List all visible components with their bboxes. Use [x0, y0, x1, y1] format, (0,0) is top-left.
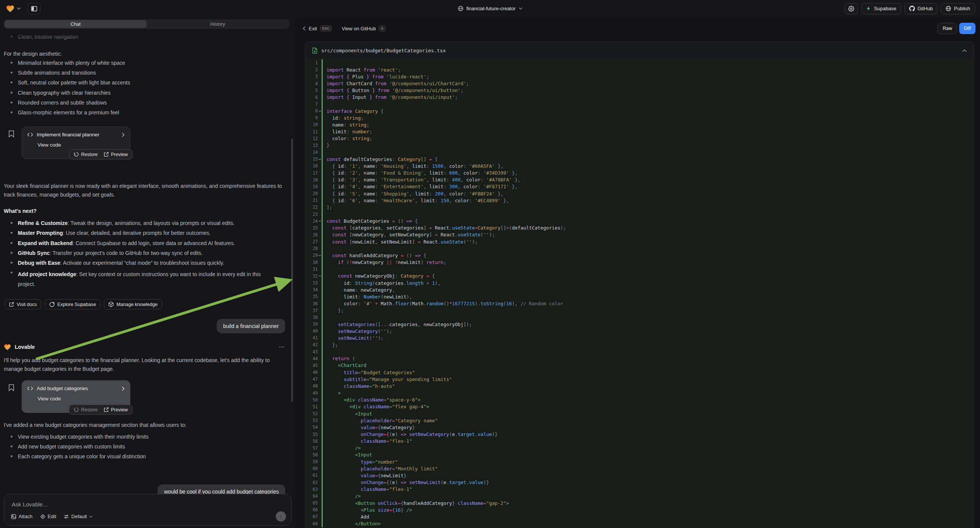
edit-mode-button[interactable]: Edit [40, 514, 56, 519]
preview-button[interactable]: Preview [104, 152, 128, 157]
code-line: 61 value={newLimit} [305, 472, 974, 479]
view-code-link[interactable]: View code [38, 142, 125, 148]
exit-button[interactable]: Exit ESC [303, 25, 332, 32]
raw-toggle-button[interactable]: Raw [937, 23, 957, 34]
restore-button[interactable]: Restore [74, 152, 98, 157]
code-line: 58 <Input [305, 452, 974, 458]
fold-chevron-icon[interactable] [318, 275, 321, 277]
list-item: Subtle animations and transitions [11, 69, 96, 76]
code-line: 17 { id: '2', name: 'Food & Dining', lim… [305, 170, 974, 177]
list-item: Soft, neutral color palette with light b… [11, 79, 130, 86]
assistant-paragraph: I'll help you add budget categories to t… [4, 356, 287, 374]
top-bar: financial-future-creator Supabase GitHub [0, 0, 980, 17]
file-path-bar[interactable]: src/components/budget/BudgetCategories.t… [305, 42, 974, 59]
chat-scrollbar[interactable] [291, 138, 293, 402]
tab-history[interactable]: History [146, 20, 289, 28]
list-item: Add project knowledge: Set key context o… [11, 269, 276, 289]
assistant-name: Lovable [15, 344, 35, 350]
chevron-up-icon[interactable] [962, 49, 967, 52]
code-line: 43 [305, 348, 974, 355]
code-line: 26 const [newCategory, setNewCategory] =… [305, 231, 974, 238]
code-line: 22]; [305, 204, 974, 211]
view-code-link[interactable]: View code [38, 396, 125, 401]
code-line: 10 name: string; [305, 121, 974, 128]
lovable-heart-icon [6, 5, 14, 13]
code-line: 49 > [305, 390, 974, 396]
code-line: 40 setNewCategory(''); [305, 328, 974, 334]
restore-button[interactable]: Restore [74, 407, 98, 412]
publish-button[interactable]: Publish [940, 3, 975, 14]
chat-messages: Clean, intuitive navigation For the desi… [0, 29, 295, 528]
send-button[interactable]: ↑ [276, 511, 286, 522]
code-line: 53 placeholder="Category name" [305, 417, 974, 424]
code-line: 54 value={newCategory} [305, 424, 974, 431]
preview-button[interactable]: Preview [104, 407, 128, 412]
chevron-left-icon [303, 26, 306, 31]
chat-bubble-icon [49, 302, 54, 307]
list-item: Rounded corners and subtle shadows [11, 99, 107, 106]
chevron-down-icon [17, 7, 21, 10]
list-item: Debug with Ease: Activate our experiment… [11, 259, 287, 266]
code-line: 1 [305, 59, 974, 66]
file-path: src/components/budget/BudgetCategories.t… [321, 48, 446, 53]
quick-actions: Visit docs Explore Supabase Manage knowl… [5, 299, 162, 309]
code-line: 42 }; [305, 341, 974, 348]
bookmark-icon[interactable] [8, 384, 14, 391]
restore-preview-pill: Restore Preview [69, 404, 133, 415]
file-diff-card: src/components/budget/BudgetCategories.t… [305, 42, 974, 528]
fold-chevron-icon[interactable] [318, 220, 321, 222]
prompt-input-box[interactable]: Ask Lovable... Attach Edit Default [4, 494, 292, 526]
bookmark-icon[interactable] [8, 130, 14, 137]
code-line: 47 subtitle="Manage your spending limits… [305, 376, 974, 383]
code-line: 20 { id: '5', name: 'Shopping', limit: 2… [305, 190, 974, 197]
gear-icon [848, 6, 854, 12]
code-line: 12 color: string; [305, 135, 974, 142]
code-line: 64 /> [305, 493, 974, 499]
code-line: 45 <ChartCard [305, 362, 974, 369]
settings-button[interactable] [845, 3, 858, 14]
file-added-icon [312, 47, 317, 54]
chevron-down-icon [519, 7, 522, 10]
esc-kbd: ESC [320, 25, 332, 32]
code-line: 11 limit: number; [305, 129, 974, 135]
tab-chat[interactable]: Chat [5, 20, 146, 28]
code-area[interactable]: 12import React from 'react';3import { Pl… [305, 59, 974, 528]
diff-toggle-button[interactable]: Diff [959, 23, 975, 34]
globe-icon [458, 6, 463, 11]
view-on-github-button[interactable]: View on GitHub 6 [342, 25, 385, 32]
lovable-logo-menu[interactable] [6, 5, 21, 13]
code-line: 57 /> [305, 445, 974, 452]
supabase-button[interactable]: Supabase [861, 3, 901, 14]
manage-knowledge-button[interactable]: Manage knowledge [104, 299, 162, 309]
project-selector[interactable]: financial-future-creator [458, 0, 522, 17]
assistant-paragraph: I've added a new budget categories manag… [4, 421, 287, 429]
fold-chevron-icon[interactable] [318, 158, 321, 160]
visit-docs-button[interactable]: Visit docs [5, 299, 41, 309]
code-line: 65 <Button onClick={handleAddCategory} c… [305, 499, 974, 506]
lovable-heart-icon [4, 344, 11, 350]
code-line: 46 title="Budget Categories" [305, 369, 974, 376]
chat-history-tabs: Chat History [4, 19, 290, 29]
code-line: 56 className="flex-1" [305, 438, 974, 445]
fold-chevron-icon[interactable] [318, 254, 321, 256]
code-line: 6import { Input } from '@/components/ui/… [305, 94, 974, 101]
fold-chevron-icon[interactable] [318, 110, 321, 112]
code-line: 33 id: String(categories.length + 1), [305, 280, 974, 286]
sliders-icon [64, 514, 69, 519]
github-kbd: 6 [379, 25, 385, 32]
code-line: 34 name: newCategory, [305, 286, 974, 293]
code-line: 23 [305, 211, 974, 218]
attach-button[interactable]: Attach [11, 514, 33, 519]
github-icon [909, 6, 915, 11]
more-menu-icon[interactable]: ⋯ [279, 344, 285, 350]
edit-card-title: Add budget categories [37, 386, 88, 391]
explore-supabase-button[interactable]: Explore Supabase [45, 299, 100, 309]
list-item: Each category gets a unique color for vi… [11, 453, 146, 460]
model-selector[interactable]: Default [64, 514, 92, 519]
github-button[interactable]: GitHub [904, 3, 937, 14]
sidebar-toggle-button[interactable] [28, 3, 41, 14]
code-line: 27 const [newLimit, setNewLimit] = React… [305, 238, 974, 245]
list-item: Refine & Customize: Tweak the design, an… [11, 220, 287, 226]
external-link-icon [9, 302, 14, 307]
assistant-header: Lovable ⋯ [4, 344, 285, 350]
